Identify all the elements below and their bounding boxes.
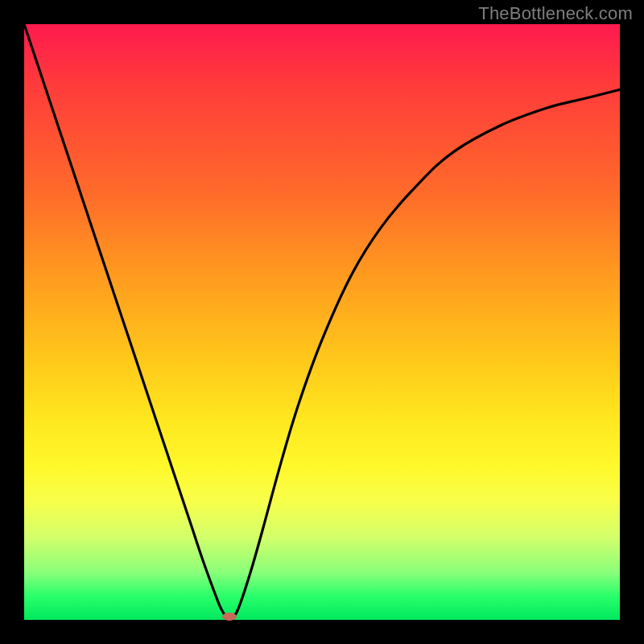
minimum-marker (222, 613, 237, 621)
curve-svg (24, 24, 620, 620)
bottleneck-curve (24, 24, 620, 618)
chart-frame: TheBottleneck.com (0, 0, 644, 644)
plot-area (24, 24, 620, 620)
watermark-text: TheBottleneck.com (478, 3, 633, 24)
